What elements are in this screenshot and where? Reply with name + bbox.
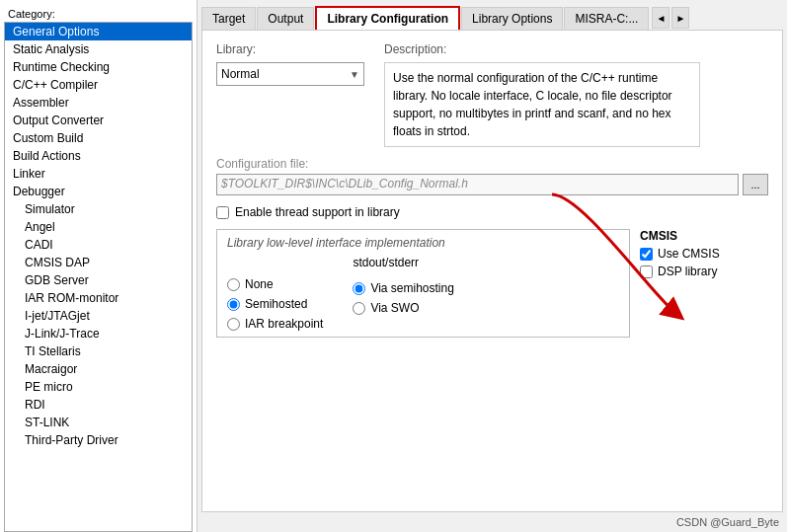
dropdown-arrow: ▼	[350, 69, 359, 80]
semihosted-radio[interactable]	[227, 298, 240, 311]
cmsis-container: CMSIS Use CMSIS DSP library	[640, 229, 768, 278]
sidebar-item-macraigor[interactable]: Macraigor	[5, 360, 192, 378]
sidebar-item-ti-stellaris[interactable]: TI Stellaris	[5, 342, 192, 360]
sidebar-label: Category:	[0, 4, 197, 22]
iar-breakpoint-label: IAR breakpoint	[245, 317, 323, 331]
tab-output[interactable]: Output	[257, 7, 314, 30]
sidebar-item-j-link-j-trace[interactable]: J-Link/J-Trace	[5, 325, 192, 342]
lli-col1: None Semihosted IAR breakpoint	[227, 256, 323, 331]
thread-support-label: Enable thread support in library	[235, 205, 400, 219]
semihosted-row: Semihosted	[227, 297, 323, 311]
config-file-label: Configuration file:	[216, 157, 768, 171]
library-description-row: Library: Normal ▼ Description: Use the n…	[216, 42, 768, 147]
use-cmsis-label: Use CMSIS	[658, 247, 720, 261]
sidebar-item-i-jet-jtagjet[interactable]: I-jet/JTAGjet	[5, 307, 192, 325]
dsp-library-checkbox[interactable]	[640, 266, 653, 278]
sidebar-item-gdb-server[interactable]: GDB Server	[5, 271, 192, 289]
sidebar-item-output-converter[interactable]: Output Converter	[5, 112, 192, 129]
library-col: Library: Normal ▼	[216, 42, 364, 147]
lli-section: Library low-level interface implementati…	[216, 229, 630, 338]
tab-content-area: Library: Normal ▼ Description: Use the n…	[201, 31, 783, 512]
sidebar-item-angel[interactable]: Angel	[5, 218, 192, 236]
config-file-value: $TOOLKIT_DIR$\INC\c\DLib_Config_Normal.h	[216, 174, 739, 195]
sidebar-item-build-actions[interactable]: Build Actions	[5, 147, 192, 165]
lli-col2: stdout/stderr Via semihosting Via SWO	[353, 256, 454, 331]
config-file-row: Configuration file: $TOOLKIT_DIR$\INC\c\…	[216, 157, 768, 195]
via-semihosting-row: Via semihosting	[353, 281, 454, 295]
tab-next-arrow[interactable]: ►	[671, 7, 689, 29]
sidebar-item-runtime-checking[interactable]: Runtime Checking	[5, 58, 192, 76]
tab-library-config[interactable]: Library Configuration	[315, 6, 460, 30]
none-radio[interactable]	[227, 278, 240, 291]
sidebar-item-third-party-driver[interactable]: Third-Party Driver	[5, 431, 192, 449]
tab-target[interactable]: Target	[201, 7, 256, 30]
tab-library-options[interactable]: Library Options	[461, 7, 563, 30]
dsp-library-row: DSP library	[640, 265, 768, 278]
none-label: None	[245, 277, 274, 291]
description-label: Description:	[384, 42, 700, 56]
browse-button[interactable]: ...	[743, 174, 768, 195]
via-swo-row: Via SWO	[353, 301, 454, 315]
sidebar-item-pe-micro[interactable]: PE micro	[5, 378, 192, 396]
dsp-library-label: DSP library	[658, 265, 717, 278]
stdout-stderr-label: stdout/stderr	[353, 256, 454, 269]
sidebar-item-general-options[interactable]: General Options	[5, 23, 192, 40]
semihosted-label: Semihosted	[245, 297, 307, 311]
none-row: None	[227, 277, 323, 291]
sidebar-item-cadi[interactable]: CADI	[5, 236, 192, 254]
sidebar-item-iar-rom-monitor[interactable]: IAR ROM-monitor	[5, 289, 192, 307]
library-label: Library:	[216, 42, 364, 56]
sidebar-item-custom-build[interactable]: Custom Build	[5, 129, 192, 147]
use-cmsis-checkbox[interactable]	[640, 248, 653, 261]
thread-support-row: Enable thread support in library	[216, 205, 768, 219]
sidebar: Category: General OptionsStatic Analysis…	[0, 0, 197, 532]
via-swo-label: Via SWO	[370, 301, 419, 315]
cmsis-title: CMSIS	[640, 229, 768, 243]
library-dropdown[interactable]: Normal ▼	[216, 62, 364, 86]
description-box: Use the normal configuration of the C/C+…	[384, 62, 700, 147]
sidebar-item-cpp-compiler[interactable]: C/C++ Compiler	[5, 76, 192, 94]
via-semihosting-label: Via semihosting	[370, 281, 454, 295]
bottom-section: Library low-level interface implementati…	[216, 229, 768, 338]
description-col: Description: Use the normal configuratio…	[384, 42, 700, 147]
library-value: Normal	[221, 67, 260, 81]
tab-navigation: ◄ ►	[652, 7, 689, 29]
sidebar-list[interactable]: General OptionsStatic AnalysisRuntime Ch…	[4, 22, 193, 532]
config-file-input-row: $TOOLKIT_DIR$\INC\c\DLib_Config_Normal.h…	[216, 174, 768, 195]
sidebar-item-cmsis-dap[interactable]: CMSIS DAP	[5, 254, 192, 271]
via-swo-radio[interactable]	[353, 302, 365, 315]
tab-prev-arrow[interactable]: ◄	[652, 7, 669, 29]
sidebar-item-static-analysis[interactable]: Static Analysis	[5, 40, 192, 58]
tab-bar: Target Output Library Configuration Libr…	[201, 4, 783, 31]
iar-breakpoint-radio[interactable]	[227, 318, 240, 331]
lli-title: Library low-level interface implementati…	[227, 236, 619, 250]
watermark: CSDN @Guard_Byte	[201, 516, 783, 528]
thread-support-checkbox[interactable]	[216, 206, 229, 219]
sidebar-item-debugger[interactable]: Debugger	[5, 183, 192, 200]
lli-options: None Semihosted IAR breakpoint	[227, 256, 619, 331]
main-content: Target Output Library Configuration Libr…	[197, 0, 787, 532]
lli-container: Library low-level interface implementati…	[216, 229, 630, 338]
tab-misra[interactable]: MISRA-C:...	[564, 7, 649, 30]
sidebar-item-assembler[interactable]: Assembler	[5, 94, 192, 112]
sidebar-item-rdi[interactable]: RDI	[5, 396, 192, 414]
sidebar-item-simulator[interactable]: Simulator	[5, 200, 192, 218]
iar-breakpoint-row: IAR breakpoint	[227, 317, 323, 331]
via-semihosting-radio[interactable]	[353, 282, 365, 295]
sidebar-item-linker[interactable]: Linker	[5, 165, 192, 183]
sidebar-item-st-link[interactable]: ST-LINK	[5, 414, 192, 431]
use-cmsis-row: Use CMSIS	[640, 247, 768, 261]
